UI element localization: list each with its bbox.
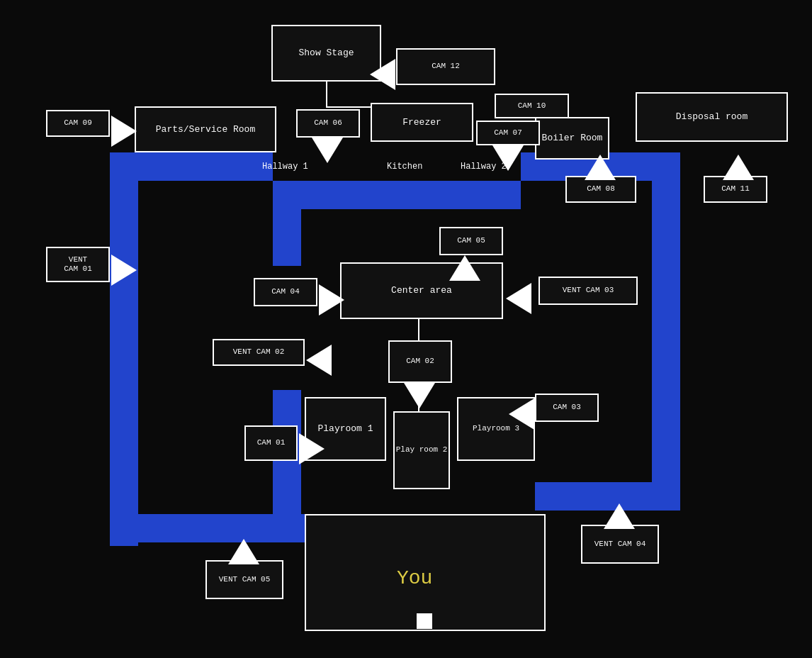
freezer-label: Freezer — [402, 117, 441, 128]
cam07-arrow — [492, 145, 524, 171]
vent-cam03-label[interactable]: VENT CAM 03 — [538, 277, 638, 305]
boiler-room-label: Boiler Room — [542, 133, 603, 144]
blue-path-left-v — [110, 152, 138, 546]
vent-cam04-arrow — [604, 503, 635, 529]
disposal-room: Disposal room — [636, 92, 788, 142]
cam08-arrow — [585, 155, 616, 180]
cam04-arrow — [319, 284, 344, 316]
cam11-arrow — [723, 155, 754, 180]
vent-cam01-label[interactable]: VENT CAM 01 — [46, 247, 110, 282]
you-label: You — [397, 567, 432, 589]
connector-show-stage-v — [326, 82, 327, 106]
parts-service-room: Parts/Service Room — [135, 106, 276, 152]
blue-path-top-left-h — [110, 152, 273, 181]
center-area-label: Center area — [391, 285, 452, 296]
cam02-label[interactable]: CAM 02 — [388, 340, 452, 383]
blue-path-center-top-v — [273, 181, 301, 266]
cam03-arrow — [509, 398, 534, 430]
vent-cam03-arrow — [506, 283, 531, 314]
show-stage-room: Show Stage — [271, 25, 381, 82]
vent-cam05-label[interactable]: VENT CAM 05 — [205, 560, 283, 599]
cam05-label[interactable]: CAM 05 — [439, 227, 503, 255]
playroom2-room: Play room 2 — [393, 411, 450, 489]
vent-cam01-arrow — [111, 255, 137, 286]
vent-cam02-arrow — [306, 345, 332, 376]
disposal-room-label: Disposal room — [676, 111, 748, 123]
cam09-arrow — [111, 116, 137, 147]
cam09-label[interactable]: CAM 09 — [46, 110, 110, 137]
vent-cam02-label[interactable]: VENT CAM 02 — [213, 339, 305, 366]
cam12-label[interactable]: CAM 12 — [396, 48, 495, 85]
blue-path-right-v — [652, 152, 680, 507]
connector-center-cam02-v — [418, 319, 419, 342]
parts-service-label: Parts/Service Room — [156, 124, 255, 135]
cam12-arrow — [370, 59, 395, 90]
cam06-label[interactable]: CAM 06 — [296, 109, 360, 138]
cam03-label[interactable]: CAM 03 — [535, 394, 599, 422]
cam02-arrow — [404, 383, 435, 408]
player-dot — [417, 613, 432, 629]
cam01-label[interactable]: CAM 01 — [244, 425, 298, 461]
vent-cam04-label[interactable]: VENT CAM 04 — [581, 525, 659, 564]
kitchen-label: Kitchen — [387, 162, 422, 172]
cam10-label[interactable]: CAM 10 — [495, 94, 569, 118]
playroom1-label: Playroom 1 — [317, 423, 373, 435]
cam04-label[interactable]: CAM 04 — [254, 278, 317, 306]
hallway1-label: Hallway 1 — [262, 162, 308, 172]
connector-stage-freezer-h — [326, 106, 371, 108]
playroom2-label: Play room 2 — [396, 445, 448, 455]
show-stage-label: Show Stage — [298, 48, 354, 59]
cam06-arrow — [312, 138, 343, 163]
map-container: Show Stage Parts/Service Room Freezer Bo… — [0, 0, 812, 658]
cam05-arrow — [449, 255, 480, 281]
cam07-label[interactable]: CAM 07 — [476, 121, 540, 145]
vent-cam05-arrow — [228, 539, 259, 564]
blue-path-center-bottom-v — [273, 390, 301, 542]
cam01-arrow — [299, 433, 325, 464]
blue-path-top-center-h — [273, 181, 521, 209]
boiler-room: Boiler Room — [535, 117, 609, 160]
freezer-room: Freezer — [371, 103, 473, 142]
